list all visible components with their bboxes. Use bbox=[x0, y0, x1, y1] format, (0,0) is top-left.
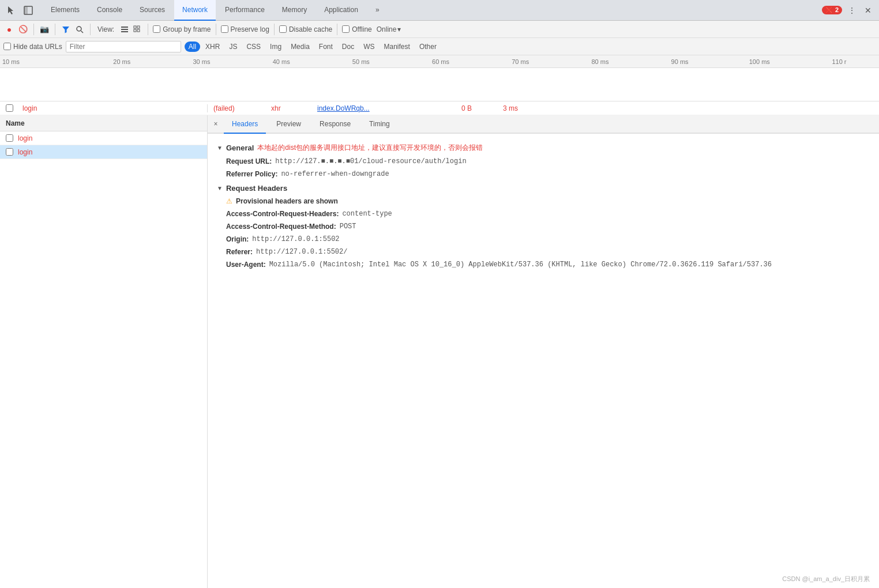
user-agent-value: Mozilla/5.0 (Macintosh; Intel Mac OS X 1… bbox=[269, 259, 772, 270]
filter-input[interactable] bbox=[66, 41, 181, 52]
referrer-policy-field: Referrer Policy: no-referrer-when-downgr… bbox=[226, 169, 870, 179]
list-item[interactable]: login bbox=[0, 131, 207, 145]
close-devtools-icon[interactable]: ✕ bbox=[862, 4, 874, 17]
access-control-request-method-field: Access-Control-Request-Method: POST bbox=[226, 221, 870, 232]
dock-icon[interactable] bbox=[22, 4, 35, 17]
cursor-icon[interactable] bbox=[5, 4, 17, 17]
access-control-request-headers-field: Access-Control-Request-Headers: content-… bbox=[226, 209, 870, 219]
referrer-policy-value: no-referrer-when-downgrade bbox=[281, 169, 389, 179]
tab-memory[interactable]: Memory bbox=[274, 0, 315, 21]
request-url-key: Request URL: bbox=[226, 156, 272, 167]
group-by-frame-checkbox[interactable] bbox=[153, 25, 160, 33]
separator-1 bbox=[33, 24, 34, 35]
svg-rect-10 bbox=[137, 29, 140, 32]
request-headers-section-header[interactable]: ▼ Request Headers bbox=[217, 184, 870, 193]
tick-90ms: 90 ms bbox=[640, 58, 720, 65]
filter-type-all[interactable]: All bbox=[185, 42, 200, 52]
timeline: 10 ms 20 ms 30 ms 40 ms 50 ms 60 ms 70 m… bbox=[0, 55, 879, 101]
tab-network[interactable]: Network bbox=[174, 0, 216, 21]
request-type: xhr bbox=[268, 104, 314, 112]
list-item-checkbox-1[interactable] bbox=[6, 134, 13, 142]
tab-elements[interactable]: Elements bbox=[43, 0, 88, 21]
list-item[interactable]: login bbox=[0, 145, 207, 159]
referrer-policy-key: Referrer Policy: bbox=[226, 169, 277, 179]
detail-tab-headers[interactable]: Headers bbox=[224, 115, 266, 134]
filter-type-css[interactable]: CSS bbox=[242, 42, 265, 52]
request-initiator[interactable]: index.DoWRqb... bbox=[314, 104, 429, 112]
list-item-checkbox-2[interactable] bbox=[6, 148, 13, 156]
search-button[interactable] bbox=[74, 24, 85, 35]
timeline-chart bbox=[0, 68, 879, 101]
detail-panel: × Headers Preview Response Timing ▼ Gene… bbox=[208, 115, 879, 588]
tab-console[interactable]: Console bbox=[89, 0, 130, 21]
referer-key: Referer: bbox=[226, 247, 253, 257]
filter-type-js[interactable]: JS bbox=[225, 42, 241, 52]
warning-icon: ⚠ bbox=[226, 196, 232, 206]
stop-button[interactable]: 🚫 bbox=[17, 24, 29, 35]
more-options-icon[interactable]: ⋮ bbox=[846, 4, 858, 17]
group-by-frame-label[interactable]: Group by frame bbox=[153, 25, 211, 33]
disable-cache-checkbox[interactable] bbox=[279, 25, 287, 33]
origin-key: Origin: bbox=[226, 234, 249, 244]
separator-6 bbox=[274, 24, 275, 35]
general-section-header[interactable]: ▼ General 本地起的dist包的服务调用接口地址，建议直接写开发环境的，… bbox=[217, 143, 870, 153]
filter-button[interactable] bbox=[60, 24, 72, 35]
disable-cache-label[interactable]: Disable cache bbox=[279, 25, 332, 33]
view-label: View: bbox=[97, 25, 114, 33]
detail-tab-timing[interactable]: Timing bbox=[361, 115, 398, 134]
failed-request-row[interactable]: login (failed) xhr index.DoWRqb... 0 B 3… bbox=[0, 101, 879, 115]
referer-value: http://127.0.0.1:5502/ bbox=[256, 247, 347, 257]
tab-sources[interactable]: Sources bbox=[132, 0, 173, 21]
filter-type-other[interactable]: Other bbox=[415, 42, 441, 52]
tab-performance[interactable]: Performance bbox=[217, 0, 273, 21]
tab-more[interactable]: » bbox=[367, 0, 388, 21]
tick-80ms: 80 ms bbox=[560, 58, 640, 65]
network-toolbar: ● 🚫 📷 View: Group by frame bbox=[0, 21, 879, 38]
svg-rect-4 bbox=[121, 27, 128, 28]
detail-content: ▼ General 本地起的dist包的服务调用接口地址，建议直接写开发环境的，… bbox=[208, 134, 879, 588]
referer-field: Referer: http://127.0.0.1:5502/ bbox=[226, 247, 870, 257]
filter-type-xhr[interactable]: XHR bbox=[201, 42, 224, 52]
filter-type-ws[interactable]: WS bbox=[359, 42, 378, 52]
tick-100ms: 100 ms bbox=[720, 58, 799, 65]
filter-types: All XHR JS CSS Img Media Font Doc WS Man… bbox=[185, 42, 441, 52]
filter-type-img[interactable]: Img bbox=[266, 42, 286, 52]
preserve-log-checkbox[interactable] bbox=[221, 25, 228, 33]
failed-request-name[interactable]: login bbox=[0, 104, 208, 112]
request-row-checkbox[interactable] bbox=[6, 104, 13, 112]
tab-bar-right: ❌ 2 ⋮ ✕ bbox=[822, 4, 874, 17]
preserve-log-label[interactable]: Preserve log bbox=[221, 25, 269, 33]
record-button[interactable]: ● bbox=[3, 24, 15, 35]
offline-label[interactable]: Offline bbox=[342, 25, 371, 33]
hide-data-urls-checkbox[interactable] bbox=[3, 43, 11, 50]
filter-type-manifest[interactable]: Manifest bbox=[380, 42, 414, 52]
detail-tab-preview[interactable]: Preview bbox=[268, 115, 309, 134]
svg-point-2 bbox=[77, 27, 81, 31]
access-control-request-method-key: Access-Control-Request-Method: bbox=[226, 221, 336, 232]
timeline-ticks: 10 ms 20 ms 30 ms 40 ms 50 ms 60 ms 70 m… bbox=[0, 55, 879, 68]
tick-60ms: 60 ms bbox=[401, 58, 480, 65]
tab-application[interactable]: Application bbox=[316, 0, 366, 21]
request-url-field: Request URL: http://127.■.■.■.■01/cloud-… bbox=[226, 156, 870, 167]
tick-40ms: 40 ms bbox=[242, 58, 321, 65]
throttling-select[interactable]: Online ▾ bbox=[377, 25, 401, 33]
filter-type-font[interactable]: Font bbox=[315, 42, 337, 52]
close-detail-button[interactable]: × bbox=[210, 118, 221, 130]
toolbar-icons bbox=[5, 4, 35, 17]
section-comment: 本地起的dist包的服务调用接口地址，建议直接写开发环境的，否则会报错 bbox=[257, 143, 483, 153]
filter-type-media[interactable]: Media bbox=[287, 42, 314, 52]
offline-checkbox[interactable] bbox=[342, 25, 350, 33]
filter-type-doc[interactable]: Doc bbox=[338, 42, 358, 52]
tick-30ms: 30 ms bbox=[161, 58, 241, 65]
tab-bar: Elements Console Sources Network Perform… bbox=[0, 0, 879, 21]
tick-70ms: 70 ms bbox=[480, 58, 560, 65]
svg-rect-7 bbox=[134, 26, 136, 28]
hide-data-urls-label[interactable]: Hide data URLs bbox=[3, 43, 62, 51]
camera-button[interactable]: 📷 bbox=[39, 24, 50, 35]
detail-tab-response[interactable]: Response bbox=[311, 115, 359, 134]
svg-rect-1 bbox=[24, 6, 28, 14]
grid-view-button[interactable] bbox=[132, 24, 143, 35]
user-agent-field: User-Agent: Mozilla/5.0 (Macintosh; Inte… bbox=[226, 259, 870, 270]
list-view-button[interactable] bbox=[119, 24, 130, 35]
failed-request-cols: (failed) xhr index.DoWRqb... 0 B 3 ms bbox=[208, 104, 879, 112]
